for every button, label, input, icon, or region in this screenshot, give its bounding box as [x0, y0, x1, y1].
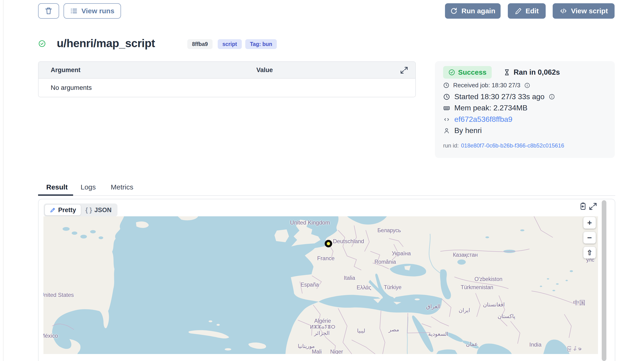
received-text: Received job: 18:30 27/3: [453, 82, 520, 89]
run-again-button[interactable]: Run again: [445, 3, 500, 19]
expand-result-icon[interactable]: [589, 202, 597, 211]
map-country-label: ايران: [459, 307, 470, 313]
no-arguments-text: No arguments: [51, 84, 92, 91]
render-mode-toggle: Pretty { } JSON: [44, 204, 118, 217]
run-info-panel: Success Ran in 0,062s Received job: 18:3…: [435, 61, 615, 158]
clock-icon: [443, 93, 450, 100]
tab-result[interactable]: Result: [46, 183, 68, 191]
copy-result-icon[interactable]: [579, 202, 587, 211]
column-argument: Argument: [51, 66, 80, 74]
json-label: JSON: [94, 207, 112, 214]
pretty-label: Pretty: [58, 207, 76, 214]
view-runs-button[interactable]: View runs: [64, 3, 121, 19]
map-country-label: Algérie: [314, 318, 331, 324]
map-country-label: Беларусь: [378, 227, 401, 234]
refresh-icon: [450, 7, 458, 15]
window-edge: [3, 0, 4, 361]
fullscreen-arrow-button[interactable]: ⇧: [583, 247, 596, 259]
arguments-empty-row: No arguments: [38, 79, 415, 97]
run-id-link[interactable]: 018e80f7-0c6b-b26b-f366-c8b52c015616: [461, 142, 564, 149]
status-label: Success: [458, 68, 486, 76]
status-check-icon: [38, 40, 46, 48]
pen-icon: [50, 207, 56, 213]
map-country-label: الجزائر: [314, 330, 330, 336]
view-script-button[interactable]: View script: [553, 3, 614, 19]
kind-badge: script: [218, 39, 242, 49]
map-country-label: México: [44, 333, 58, 339]
received-row: Received job: 18:30 27/3: [443, 82, 530, 89]
trash-icon: [44, 7, 52, 15]
tabs-divider: [38, 195, 615, 196]
map-country-label: افغانستان: [483, 302, 504, 308]
map-country-label: عمان: [466, 341, 478, 347]
map-country-label: السعودية: [428, 331, 448, 337]
success-check-icon: [448, 69, 455, 76]
info-icon[interactable]: [524, 82, 530, 88]
tab-logs[interactable]: Logs: [80, 183, 96, 191]
pencil-icon: [515, 7, 522, 14]
map-country-label: پاکستان: [498, 313, 515, 320]
map-country-label: 中国: [573, 299, 585, 307]
map-country-label: ليبيا: [357, 328, 365, 334]
edit-label: Edit: [526, 7, 539, 15]
result-map[interactable]: United StatesMéxicoUnited KingdomFranceD…: [44, 216, 598, 354]
mem-row: Mem peak: 2.2734MB: [443, 104, 528, 112]
view-script-label: View script: [571, 7, 608, 15]
arguments-table: Argument Value No arguments: [38, 61, 416, 97]
column-value: Value: [256, 66, 273, 74]
duration-text: Ran in 0,062s: [514, 68, 560, 76]
map-country-label: ⵍⵣⵣⴰⵢⴻⵔ: [310, 324, 336, 330]
map-country-label: France: [317, 255, 335, 262]
map-country-label: Türkiye: [384, 284, 401, 291]
map-country-label: Ελλάς: [357, 285, 371, 291]
map-country-label: Niger: [330, 349, 343, 354]
run-id-row: run id: 018e80f7-0c6b-b26b-f366-c8b52c01…: [443, 142, 564, 149]
map-country-label: မြန်မာ: [566, 346, 582, 352]
code-icon: [560, 7, 568, 15]
tab-metrics[interactable]: Metrics: [111, 183, 134, 191]
map-country-label: España: [301, 282, 319, 288]
arguments-table-header: Argument Value: [38, 62, 415, 79]
map-country-label: Mali: [312, 349, 322, 354]
map-country-label: România: [374, 259, 396, 265]
braces-icon: { }: [86, 207, 92, 214]
run-id-label: run id:: [443, 142, 459, 149]
code-hash-link[interactable]: ef672a536f8ffba9: [454, 115, 512, 124]
map-labels: United StatesMéxicoUnited KingdomFranceD…: [44, 216, 598, 354]
memory-icon: [443, 104, 450, 111]
status-badge: Success: [443, 66, 492, 79]
person-icon: [443, 127, 450, 134]
code-icon: [443, 116, 450, 123]
list-icon: [70, 7, 78, 15]
hash-badge: 8ffba9: [187, 39, 212, 49]
info-icon[interactable]: [549, 94, 555, 100]
author-row: By henri: [443, 126, 482, 135]
clock-icon: [443, 82, 450, 88]
map-country-label: O'zbekiston: [474, 276, 502, 282]
result-scrollbar[interactable]: [602, 200, 606, 361]
started-text: Started 18:30 27/3 33s ago: [454, 92, 544, 101]
map-country-label: العراق: [426, 303, 440, 310]
expand-table-icon[interactable]: [400, 66, 408, 74]
map-country-label: Deutschland: [333, 238, 364, 245]
edit-button[interactable]: Edit: [508, 3, 546, 19]
tag-badge: Tag: bun: [245, 39, 277, 49]
author-text: By henri: [454, 126, 482, 135]
page-title: u/henri/map_script: [57, 37, 155, 50]
zoom-out-button[interactable]: −: [583, 232, 596, 244]
delete-button[interactable]: [38, 3, 59, 19]
map-country-label: United States: [44, 292, 74, 298]
map-country-label: United Kingdom: [290, 219, 330, 226]
result-card: Pretty { } JSON: [38, 199, 615, 361]
started-row: Started 18:30 27/3 33s ago: [443, 92, 555, 101]
map-marker[interactable]: [325, 240, 332, 247]
run-again-label: Run again: [461, 7, 495, 15]
zoom-in-button[interactable]: +: [583, 217, 596, 229]
active-tab-underline: [38, 194, 73, 196]
map-country-label: موريتانيا: [298, 343, 315, 349]
map-country-label: Italia: [344, 275, 355, 281]
map-country-label: مصر: [389, 327, 399, 333]
pretty-toggle-button[interactable]: Pretty: [45, 205, 81, 215]
json-toggle-button[interactable]: { } JSON: [81, 205, 116, 215]
map-country-label: Україна: [392, 250, 411, 257]
